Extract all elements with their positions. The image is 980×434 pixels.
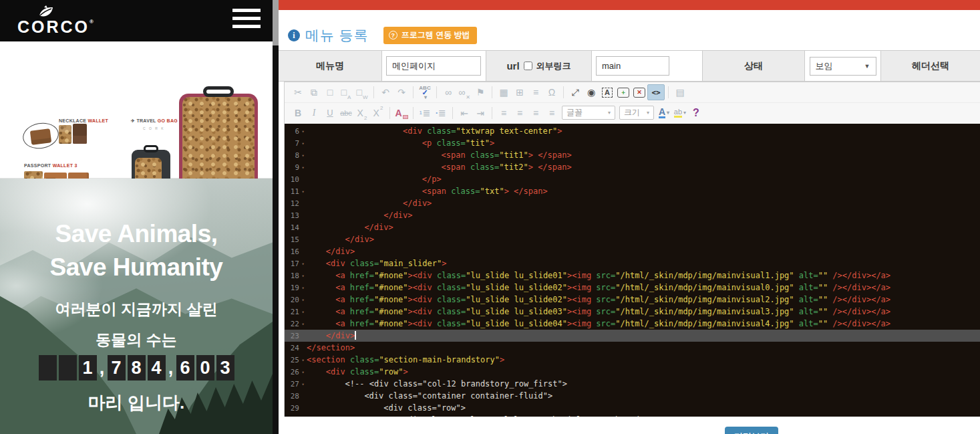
code-line-26[interactable]: 26▾<div class="row">: [285, 366, 980, 378]
travel-sub-caption: C O R K: [143, 126, 165, 130]
fold-arrow-icon[interactable]: ▾: [299, 152, 307, 158]
code-line-14[interactable]: 14</div>: [285, 221, 980, 233]
code-line-9[interactable]: 9▾<span class="tit2"> </span>: [285, 161, 980, 173]
text-color-icon[interactable]: A▾: [656, 105, 672, 121]
underline-icon[interactable]: U: [322, 105, 338, 121]
code-line-24[interactable]: 24</section>: [285, 342, 980, 354]
fold-arrow-icon[interactable]: ▾: [299, 140, 307, 146]
select-all-icon[interactable]: A: [599, 84, 615, 100]
code-line-17[interactable]: 17▾<div class="main_slider">: [285, 257, 980, 269]
copy-icon[interactable]: ⧉: [306, 84, 322, 100]
code-line-7[interactable]: 7▾<p class="tit">: [285, 137, 980, 149]
cut-icon[interactable]: ✂: [290, 84, 306, 100]
paste-icon[interactable]: □: [322, 84, 338, 100]
code-line-16[interactable]: 16</div>: [285, 245, 980, 257]
superscript-icon[interactable]: X2: [370, 105, 386, 121]
fold-arrow-icon[interactable]: ▾: [299, 308, 307, 315]
print-icon[interactable]: ▤: [672, 84, 688, 100]
code-line-29[interactable]: 29<div class="row">: [285, 402, 980, 414]
anchor-flag-icon[interactable]: ⚑: [472, 84, 488, 100]
redo-icon[interactable]: ↷: [393, 84, 410, 100]
undo-icon[interactable]: ↶: [377, 84, 393, 100]
highlight-color-icon[interactable]: ab▾: [672, 105, 688, 121]
font-dropdown[interactable]: 글꼴▾: [562, 106, 615, 120]
code-line-23[interactable]: 23</div>: [285, 330, 980, 342]
code-line-10[interactable]: 10</p>: [285, 173, 980, 185]
code-line-27[interactable]: 27▾<!-- <div class="col-12 brandstory_ro…: [285, 378, 980, 390]
fold-arrow-icon[interactable]: ▾: [299, 296, 307, 303]
cork-wallet-image[interactable]: [59, 125, 71, 144]
fold-arrow-icon[interactable]: ▾: [299, 381, 307, 387]
leather-wallet-image[interactable]: [73, 124, 87, 144]
paste-text-icon[interactable]: □A: [338, 84, 354, 100]
bold-icon[interactable]: B: [290, 105, 306, 121]
code-line-6[interactable]: 6▾<div class="txtwrap text-center">: [285, 125, 980, 137]
align-center-icon[interactable]: ≡: [512, 105, 528, 121]
special-char-icon[interactable]: Ω: [544, 84, 560, 100]
spellcheck-icon[interactable]: ABC✓▾: [417, 84, 433, 100]
code-line-22[interactable]: 22▾<a href="#none"><div class="lu_slide …: [285, 318, 980, 330]
fold-arrow-icon[interactable]: ▾: [299, 260, 307, 267]
fold-arrow-icon[interactable]: ▾: [299, 368, 307, 375]
table-icon[interactable]: ⊞: [512, 84, 528, 100]
fold-arrow-icon[interactable]: ▾: [299, 272, 307, 279]
url-input[interactable]: [596, 56, 669, 76]
find-replace-icon[interactable]: ◉: [583, 84, 599, 100]
code-line-18[interactable]: 18▾<a href="#none"><div class="lu_slide …: [285, 269, 980, 282]
align-right-icon[interactable]: ≡: [528, 105, 544, 121]
code-line-19[interactable]: 19▾<a href="#none"><div class="lu_slide …: [285, 282, 980, 294]
comment-add-icon[interactable]: ＋: [615, 84, 631, 100]
necklace-wallet-image[interactable]: [30, 128, 51, 144]
preview-scrollbar-track[interactable]: [273, 0, 279, 434]
horizontal-line-icon[interactable]: ≡: [528, 84, 544, 100]
preview-scrollbar-thumb[interactable]: [273, 0, 279, 45]
external-link-checkbox[interactable]: [524, 62, 532, 70]
code-line-25[interactable]: 25▾<section class="section-main-brandsto…: [285, 354, 980, 366]
program-link-help-button[interactable]: ? 프로그램 연동 방법: [383, 27, 477, 44]
align-left-icon[interactable]: ≡: [496, 105, 512, 121]
code-line-8[interactable]: 8▾<span class="tit1"> </span>: [285, 149, 980, 161]
hamburger-menu-icon[interactable]: [232, 9, 261, 33]
subscript-icon[interactable]: X2: [354, 105, 370, 121]
code-line-30[interactable]: 30<div class="col-12 col-lg-7 Txtb-title…: [285, 414, 980, 417]
code-line-12[interactable]: 12</div>: [285, 197, 980, 209]
code-line-21[interactable]: 21▾<a href="#none"><div class="lu_slide …: [285, 306, 980, 318]
status-select[interactable]: 보임 ▼: [810, 57, 876, 76]
code-line-11[interactable]: 11▾<span class="txt"> </span>: [285, 185, 980, 197]
menu-name-input[interactable]: [386, 56, 481, 76]
fold-arrow-icon[interactable]: ▾: [299, 188, 307, 195]
comment-remove-icon[interactable]: ✕: [631, 84, 647, 100]
code-line-28[interactable]: 28<div class="container container-fluid"…: [285, 390, 980, 402]
align-justify-icon[interactable]: ≡: [544, 105, 560, 121]
fold-spacer: [299, 239, 307, 240]
fold-arrow-icon[interactable]: ▾: [299, 356, 307, 363]
maximize-icon[interactable]: ⤢: [567, 84, 583, 100]
bulleted-list-icon[interactable]: •≣: [433, 105, 449, 121]
hero-title-line1: Save Animals,: [0, 220, 273, 248]
fold-arrow-icon[interactable]: ▾: [299, 164, 307, 171]
code-line-20[interactable]: 20▾<a href="#none"><div class="lu_slide …: [285, 294, 980, 306]
preview-button[interactable]: 미리보기: [725, 427, 778, 434]
source-icon[interactable]: <>: [647, 84, 665, 100]
remove-format-icon[interactable]: A: [393, 105, 410, 121]
paste-word-icon[interactable]: □W: [354, 84, 370, 100]
numbered-list-icon[interactable]: 1≣: [417, 105, 433, 121]
toolbar-separator: [492, 86, 492, 98]
outdent-icon[interactable]: ⇤: [456, 105, 472, 121]
indent-icon[interactable]: ⇥: [472, 105, 488, 121]
corco-logo[interactable]: CORCO®: [17, 4, 91, 37]
fold-arrow-icon[interactable]: ▾: [299, 128, 307, 134]
help-icon[interactable]: ?: [688, 105, 704, 121]
toolbar-separator: [373, 86, 374, 98]
code-line-13[interactable]: 13</div>: [285, 209, 980, 221]
unlink-icon[interactable]: ∞✕: [456, 84, 472, 100]
image-icon[interactable]: ▦: [496, 84, 512, 100]
fold-arrow-icon[interactable]: ▾: [299, 284, 307, 291]
code-line-15[interactable]: 15</div>: [285, 233, 980, 245]
size-dropdown[interactable]: 크기▾: [619, 106, 654, 120]
italic-icon[interactable]: I: [306, 105, 322, 121]
link-icon[interactable]: ∞: [440, 84, 456, 100]
source-code-area[interactable]: 6▾<div class="txtwrap text-center">7▾<p …: [285, 124, 980, 417]
strikethrough-icon[interactable]: abc: [338, 105, 354, 121]
fold-arrow-icon[interactable]: ▾: [299, 320, 307, 327]
